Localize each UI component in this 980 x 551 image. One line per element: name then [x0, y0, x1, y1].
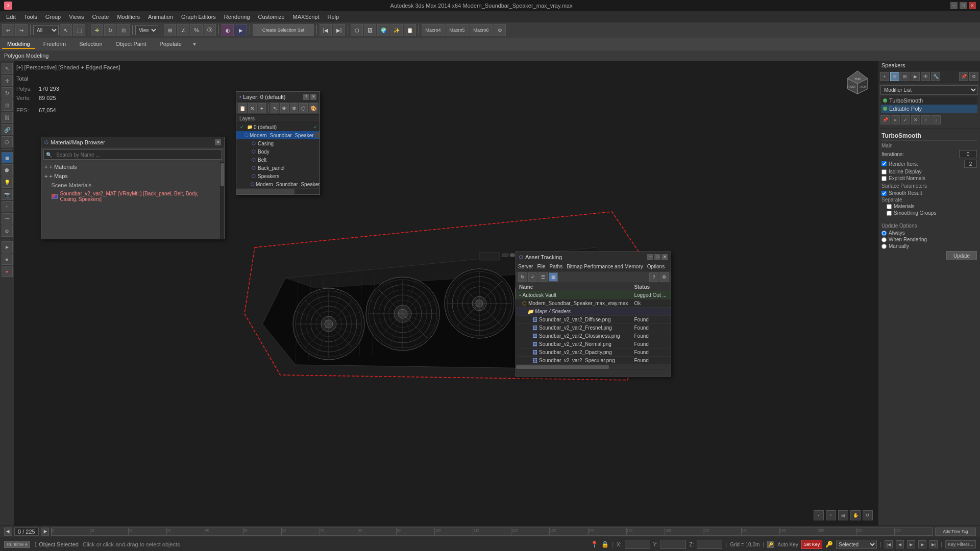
rotate-tool[interactable]: ↻ [2, 87, 13, 98]
isoline-check[interactable] [881, 169, 887, 174]
layer-add-btn[interactable]: + [258, 103, 266, 113]
menu-modifiers[interactable]: Modifiers [113, 13, 144, 21]
mat-scrollbar[interactable] [220, 162, 224, 239]
light-btn[interactable]: 💡 [2, 177, 13, 188]
select-region-btn[interactable]: ⬚ [73, 24, 85, 36]
asset-menu-file[interactable]: File [537, 264, 545, 269]
stop-btn[interactable]: ■ [2, 254, 13, 265]
selection-mode-select[interactable]: Selected [836, 540, 877, 549]
layer-help-btn[interactable]: ? [303, 94, 309, 100]
play-anim-btn[interactable]: ▶ [907, 540, 915, 548]
zoom-in-btn[interactable]: + [826, 510, 836, 520]
motion-icon[interactable]: ▶ [911, 72, 920, 81]
set-key-btn[interactable]: Set Key [801, 540, 823, 549]
asset-settings-btn[interactable]: ⚙ [659, 272, 669, 282]
tab-object-paint[interactable]: Object Paint [111, 40, 152, 49]
asset-window-titlebar[interactable]: ⬡ Asset Tracking ─ □ ✕ [516, 252, 671, 262]
select-tool[interactable]: ↖ [2, 63, 13, 74]
table-row[interactable]: 🖼 Soundbar_v2_var2_Fresnel.png Found [516, 324, 671, 332]
orbit-btn[interactable]: ↺ [863, 510, 873, 520]
menu-create[interactable]: Create [88, 13, 113, 21]
table-row[interactable]: 🖼 Soundbar_v2_var2_Opacity.png Found [516, 348, 671, 357]
z-coord-input[interactable] [697, 540, 722, 549]
display-icon[interactable]: 👁 [921, 72, 930, 81]
update-button[interactable]: Update [946, 251, 977, 260]
mod-moveup-btn[interactable]: ↑ [921, 115, 930, 124]
unlink-tool[interactable]: 🔗 [2, 124, 13, 135]
layer-hscrollbar[interactable] [236, 188, 320, 194]
key-filters-btn[interactable]: Key Filters... [945, 540, 976, 548]
reference-coord-select[interactable]: View [135, 25, 158, 35]
render-iters-check[interactable] [881, 161, 887, 166]
menu-graph-editors[interactable]: Graph Editors [177, 13, 220, 21]
render-setup-btn[interactable]: ◐ [222, 24, 234, 36]
asset-help-btn[interactable]: ? [649, 272, 658, 282]
layer-window-titlebar[interactable]: ▪ Layer: 0 (default) ? ✕ [236, 92, 320, 102]
manually-radio[interactable] [881, 244, 887, 249]
pin-icon[interactable]: 📌 [959, 72, 968, 81]
macro3-btn[interactable]: Macro6 [470, 24, 493, 36]
percent-snap-btn[interactable]: % [190, 24, 203, 36]
spinner-snap-btn[interactable]: ⓪ [204, 24, 216, 36]
layer-render-btn[interactable]: ⬡ [299, 103, 308, 113]
macro1-btn[interactable]: Macro4 [422, 24, 445, 36]
asset-list-view-btn[interactable]: ☰ [538, 272, 548, 282]
table-row[interactable]: 🖼 Soundbar_v2_var2_Specular.png Found [516, 357, 671, 365]
smooth-result-check[interactable] [881, 191, 887, 196]
environment-btn[interactable]: 🌍 [377, 24, 389, 36]
asset-tracking-btn[interactable]: 📋 [404, 24, 416, 36]
render-iters-input[interactable] [964, 160, 977, 168]
asset-maximize-btn[interactable]: □ [654, 254, 660, 260]
timeline-next-btn[interactable]: |▶ [41, 528, 49, 536]
table-row[interactable]: 📁 Maps / Shaders [516, 308, 671, 316]
next-key-btn[interactable]: ▶| [333, 24, 345, 36]
extra-btn[interactable]: ⚙ [494, 24, 506, 36]
layer-freeze-btn[interactable]: ❄ [290, 103, 299, 113]
layer-item-4[interactable]: ⬡ Belt [236, 156, 320, 164]
mat-scene-section[interactable]: - - Scene Materials [41, 181, 220, 190]
select-object-btn[interactable]: ↖ [60, 24, 72, 36]
asset-minimize-btn[interactable]: ─ [647, 254, 653, 260]
zoom-extents-btn[interactable]: ⊞ [838, 510, 848, 520]
quick-render-btn[interactable]: ▶ [235, 24, 247, 36]
populate-options-btn[interactable]: ▼ [192, 41, 197, 47]
menu-edit[interactable]: Edit [2, 13, 20, 21]
create-selection-set-btn[interactable]: Create Selection Set [253, 24, 314, 36]
asset-col-status[interactable]: Status [631, 283, 671, 291]
menu-customize[interactable]: Customize [254, 13, 289, 21]
prev-frame-btn[interactable]: ◀ [896, 540, 904, 548]
shape-btn[interactable]: ⬟ [2, 164, 13, 176]
x-coord-input[interactable] [625, 540, 650, 549]
mat-scene-material-item[interactable]: Soundbar_v2_var2_MAT (VRayMtl.) [Back_pa… [41, 190, 220, 203]
pan-btn[interactable]: ✋ [850, 510, 861, 520]
layer-item-7[interactable]: ⬡ Modern_Soundbar_Speaker [236, 180, 320, 188]
play-btn[interactable]: ▶ [2, 241, 13, 253]
asset-col-name[interactable]: Name [516, 283, 631, 291]
y-coord-input[interactable] [660, 540, 686, 549]
material-window-titlebar[interactable]: ⬡ Material/Map Browser ✕ [41, 137, 224, 147]
minimize-button[interactable]: ─ [950, 2, 958, 9]
skip-end-btn[interactable]: ▶| [929, 540, 938, 548]
add-time-tag-btn[interactable]: Add Time Tag [935, 528, 976, 536]
menu-help[interactable]: Help [324, 13, 344, 21]
layer-delete-btn[interactable]: ✕ [248, 103, 257, 113]
always-radio[interactable] [881, 231, 887, 236]
layer-item-0[interactable]: ✓ 📁 0 (default) ✓ [236, 123, 320, 131]
layer-close-btn[interactable]: ✕ [310, 94, 316, 100]
geometry-btn[interactable]: ◼ [2, 152, 13, 163]
layer-hide-btn[interactable]: 👁 [280, 103, 289, 113]
layer-new-btn[interactable]: 📋 [238, 103, 247, 113]
table-row[interactable]: ⬡ Modern_Soundbar_Speaker_max_vray.max O… [516, 299, 671, 308]
menu-maxscript[interactable]: MAXScript [289, 13, 324, 21]
viewcube[interactable]: TOP FRONT RIGHT [842, 66, 873, 96]
smoothing-groups-check[interactable] [887, 211, 892, 216]
layer-item-2[interactable]: ⬡ Casing [236, 139, 320, 147]
macro2-btn[interactable]: Macro5 [446, 24, 469, 36]
layer-item-5[interactable]: ⬡ Back_panel [236, 164, 320, 172]
editable-poly-modifier[interactable]: Editable Poly [881, 105, 977, 113]
system-btn[interactable]: ⚙ [2, 226, 13, 237]
close-button[interactable]: ✕ [969, 2, 976, 9]
layer-item-6[interactable]: ⬡ Speakers [236, 172, 320, 180]
mat-materials-section[interactable]: + + Materials [41, 162, 220, 171]
asset-menu-server[interactable]: Server [518, 264, 533, 269]
